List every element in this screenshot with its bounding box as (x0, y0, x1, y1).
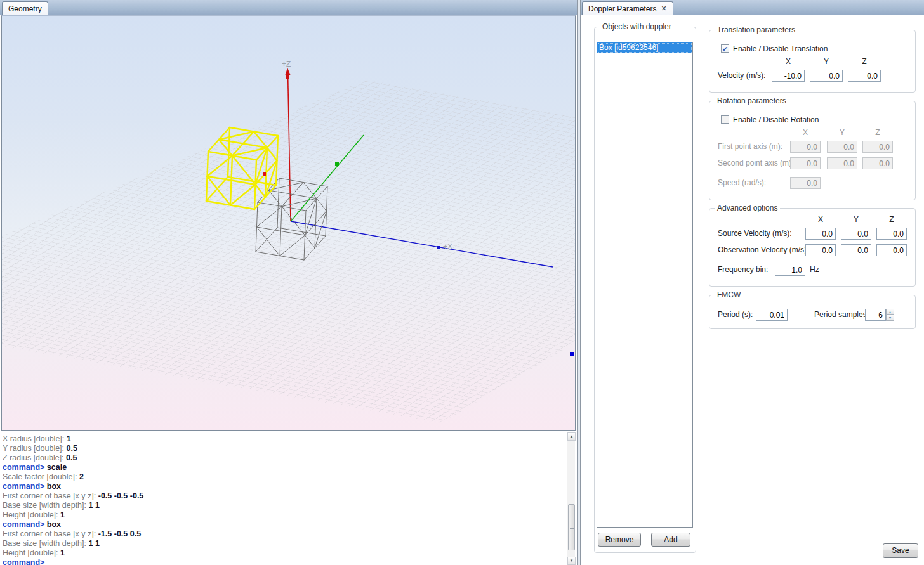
speed-label: Speed (rad/s): (718, 177, 766, 189)
fmcw-group-title: FMCW (715, 290, 743, 299)
col-z: Z (876, 215, 907, 224)
x-axis-arrow (437, 246, 440, 249)
scrollbar-thumb[interactable] (568, 504, 575, 550)
period-samples-spinner: ▲ ▼ (865, 309, 894, 321)
add-button[interactable]: Add (651, 533, 690, 547)
objects-list-item[interactable]: Box [id59623546] (597, 42, 692, 53)
first-point-label: First point axis (m): (718, 141, 782, 153)
console-line: Scale factor [double]: 2 (3, 472, 570, 482)
col-z: Z (848, 57, 881, 66)
frequency-bin-input[interactable] (775, 264, 805, 276)
save-button[interactable]: Save (883, 543, 918, 558)
console-line: Height [double]: 1 (3, 549, 570, 558)
first-point-y-input[interactable] (827, 141, 857, 153)
red-point-marker (263, 172, 266, 176)
second-point-z-input[interactable] (862, 157, 893, 169)
translation-group: Translation parameters ✔ Enable / Disabl… (709, 30, 916, 93)
scroll-down-icon[interactable]: ▼ (567, 557, 576, 565)
second-point-y-input[interactable] (827, 157, 857, 169)
y-axis-arrow (335, 162, 339, 166)
console-line: X radius [double]: 1 (3, 434, 570, 444)
tab-geometry-label: Geometry (8, 4, 42, 13)
col-y: Y (827, 128, 857, 137)
first-point-z-input[interactable] (862, 141, 893, 153)
first-point-x-input[interactable] (790, 141, 821, 153)
observation-velocity-z-input[interactable] (876, 244, 907, 256)
source-velocity-x-input[interactable] (805, 228, 836, 240)
advanced-group: Advanced options X Y Z Source Velocity (… (709, 208, 916, 287)
x-axis-label: +X (443, 242, 452, 251)
observation-velocity-x-input[interactable] (805, 244, 836, 256)
col-y: Y (841, 215, 871, 224)
observation-velocity-label: Observation Velocity (m/s): (718, 244, 808, 256)
speed-input[interactable] (790, 177, 821, 189)
objects-group-title: Objects with doppler (600, 22, 674, 31)
source-velocity-y-input[interactable] (841, 228, 871, 240)
rotation-checkbox[interactable] (721, 115, 729, 124)
fmcw-group: FMCW Period (s): Period samples: ▲ ▼ (709, 295, 916, 329)
z-axis-arrow (286, 68, 291, 79)
doppler-pane: Doppler Parameters ✕ Objects with dopple… (581, 0, 924, 565)
console-line: command> (3, 558, 570, 565)
spin-down-icon[interactable]: ▼ (886, 315, 894, 321)
translation-checkbox-label: Enable / Disable Translation (733, 44, 828, 53)
second-point-label: Second point axis (m): (718, 157, 793, 169)
left-tabbar: Geometry (0, 0, 578, 15)
viewport-3d[interactable]: +Z +X (1, 15, 576, 431)
objects-listbox[interactable]: Box [id59623546] (597, 42, 693, 528)
col-x: X (805, 215, 836, 224)
observation-velocity-y-input[interactable] (841, 244, 871, 256)
source-velocity-z-input[interactable] (876, 228, 907, 240)
translation-group-title: Translation parameters (715, 25, 798, 34)
console-line: Base size [width depth]: 1 1 (3, 539, 570, 549)
console-line: Y radius [double]: 0.5 (3, 444, 570, 453)
z-axis-label: +Z (282, 60, 291, 68)
frequency-unit-label: Hz (810, 264, 819, 276)
period-samples-input[interactable] (865, 309, 886, 321)
tab-doppler-label: Doppler Parameters (588, 4, 656, 13)
col-z: Z (862, 128, 893, 137)
rotation-group: Rotation parameters Enable / Disable Rot… (709, 101, 916, 200)
command-console[interactable]: X radius [double]: 1Y radius [double]: 0… (0, 432, 575, 565)
rotation-checkbox-label: Enable / Disable Rotation (733, 115, 819, 124)
tab-doppler-parameters[interactable]: Doppler Parameters ✕ (582, 1, 673, 15)
col-x: X (772, 57, 805, 66)
application-window: Geometry (0, 0, 924, 565)
close-icon[interactable]: ✕ (661, 5, 666, 12)
scrollbar-grip (570, 526, 574, 529)
remove-button[interactable]: Remove (598, 533, 641, 547)
console-line: Z radius [double]: 0.5 (3, 453, 570, 463)
velocity-z-input[interactable] (848, 70, 881, 82)
period-label: Period (s): (718, 309, 753, 321)
rotation-group-title: Rotation parameters (715, 96, 789, 105)
console-line: First corner of base [x y z]: -0.5 -0.5 … (3, 491, 570, 501)
console-line: Height [double]: 1 (3, 510, 570, 520)
console-line: command> box (3, 482, 570, 491)
period-samples-label: Period samples: (814, 309, 869, 321)
source-velocity-label: Source Velocity (m/s): (718, 228, 792, 240)
scroll-up-icon[interactable]: ▲ (567, 432, 576, 441)
col-x: X (790, 128, 821, 137)
console-scrollbar[interactable]: ▲ ▼ (567, 432, 575, 565)
period-input[interactable] (756, 309, 788, 321)
console-line: command> box (3, 520, 570, 529)
velocity-x-input[interactable] (772, 70, 805, 82)
spin-up-icon[interactable]: ▲ (886, 309, 894, 315)
viewport-canvas[interactable]: +Z +X (2, 16, 576, 431)
right-tabbar: Doppler Parameters ✕ (581, 0, 924, 15)
translation-checkbox[interactable]: ✔ (721, 44, 729, 53)
advanced-group-title: Advanced options (715, 204, 780, 212)
col-y: Y (810, 57, 843, 66)
tab-geometry[interactable]: Geometry (2, 1, 48, 15)
console-line: First corner of base [x y z]: -1.5 -0.5 … (3, 529, 570, 539)
velocity-label: Velocity (m/s): (718, 70, 765, 82)
frequency-bin-label: Frequency bin: (718, 264, 768, 276)
velocity-y-input[interactable] (810, 70, 843, 82)
console-line: Base size [width depth]: 1 1 (3, 501, 570, 510)
blue-point-marker (570, 352, 574, 356)
second-point-x-input[interactable] (790, 157, 821, 169)
console-line: command> scale (3, 463, 570, 472)
